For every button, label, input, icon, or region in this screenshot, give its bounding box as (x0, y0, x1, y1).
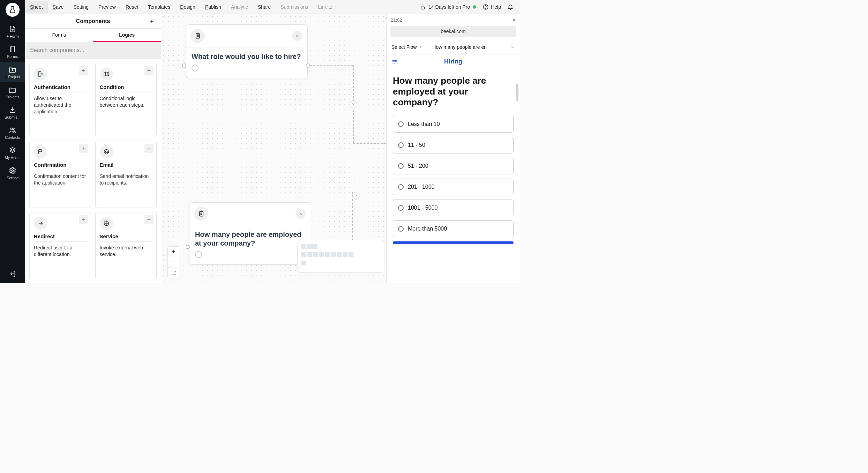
app-logo[interactable] (6, 3, 20, 17)
preview-close-button[interactable]: × (512, 17, 516, 23)
card-add-button[interactable]: + (79, 215, 88, 224)
menu-submissions[interactable]: Submissions (276, 1, 313, 13)
option-11-50[interactable]: 11 - 50 (393, 137, 514, 153)
sidebar-item-submissions[interactable]: Submis... (0, 103, 25, 123)
add-component-button[interactable] (148, 17, 156, 25)
connection-delete-button[interactable]: × (350, 100, 357, 108)
preview-panel: 21:02 × beekai.com Select Flow How many … (386, 14, 520, 283)
preview-address-bar[interactable]: beekai.com (390, 26, 516, 37)
menu-design[interactable]: Design (175, 1, 200, 13)
option-more-than-5000[interactable]: More than 5000 (393, 220, 514, 237)
component-redirect[interactable]: + Redirect Redirect user to a different … (29, 212, 91, 279)
card-add-button[interactable]: + (144, 144, 154, 153)
status-dot (473, 5, 476, 9)
card-add-button[interactable]: + (144, 66, 154, 75)
option-51-200[interactable]: 51 - 200 (393, 158, 514, 174)
component-authentication[interactable]: + Authentication Allow user to authentic… (29, 63, 91, 136)
tab-forms[interactable]: Forms (25, 29, 93, 42)
menu-link[interactable]: Link (313, 1, 338, 13)
zoom-out-button[interactable]: − (168, 257, 179, 268)
sidebar-label: Setting (1, 176, 24, 180)
select-flow-button[interactable]: Select Flow (387, 40, 427, 54)
connection-delete-button[interactable]: × (352, 192, 360, 200)
node-close-button[interactable] (292, 31, 302, 41)
sidebar-label: + Project (1, 75, 24, 79)
svg-point-2 (12, 170, 14, 172)
canvas[interactable]: What role would you like to hire? × × (161, 14, 386, 283)
scrollbar-thumb[interactable] (516, 84, 518, 101)
tab-logics[interactable]: Logics (93, 29, 161, 42)
notifications-button[interactable] (507, 4, 514, 10)
option-label: 51 - 200 (408, 163, 428, 169)
component-email[interactable]: + Email Send email notification to recip… (95, 141, 157, 208)
node-input-port[interactable] (186, 245, 190, 249)
unlock-icon (420, 4, 426, 10)
card-add-button[interactable]: + (79, 66, 88, 75)
top-menu-bar: Sheet Save Setting Preview Reset Templat… (25, 0, 520, 14)
preview-time: 21:02 (391, 17, 402, 23)
node-option (186, 63, 307, 78)
sidebar-label: My Acc... (1, 156, 24, 160)
hamburger-icon[interactable] (391, 59, 398, 65)
node-close-button[interactable] (295, 209, 306, 219)
radio-icon (398, 121, 404, 127)
menu-share[interactable]: Share (253, 1, 276, 13)
option-label: More than 5000 (408, 226, 447, 232)
trial-status[interactable]: 14 Days left on Pro (420, 4, 476, 10)
card-add-button[interactable]: + (79, 144, 88, 153)
radio-icon (398, 142, 404, 148)
sidebar-item-contacts[interactable]: Contacts (0, 123, 25, 143)
card-desc: Conditional logic between each steps. (100, 95, 152, 108)
canvas-ghost-node[interactable] (297, 240, 384, 273)
flag-icon (34, 145, 47, 158)
components-title: Components (76, 18, 110, 24)
component-confirmation[interactable]: + Confirmation Confirmation content for … (29, 141, 91, 208)
card-add-button[interactable]: + (144, 215, 154, 224)
menu-preview[interactable]: Preview (93, 1, 121, 13)
components-tabs: Forms Logics (25, 29, 161, 42)
option-1001-5000[interactable]: 1001 - 5000 (393, 200, 514, 216)
globe-icon (100, 217, 113, 230)
sidebar-item-account[interactable]: My Acc... (0, 143, 25, 163)
menu-sheet[interactable]: Sheet (25, 1, 48, 13)
radio-icon (398, 184, 404, 190)
components-panel: Components Forms Logics + Authentication (25, 14, 161, 283)
menu-save[interactable]: Save (48, 1, 69, 13)
component-service[interactable]: + Service Invoke external web service. (95, 212, 157, 279)
menu-reset[interactable]: Reset (121, 1, 143, 13)
canvas-node-headcount[interactable]: How many people are employed at your com… (189, 202, 311, 265)
node-output-port[interactable] (306, 63, 310, 68)
sidebar-item-setting[interactable]: Setting (0, 163, 25, 183)
sidebar-item-new-form[interactable]: + Form (0, 22, 25, 42)
zoom-fit-button[interactable]: ⛶ (168, 268, 179, 278)
canvas-node-role[interactable]: What role would you like to hire? (186, 24, 308, 78)
radio-icon (398, 163, 404, 169)
option-201-1000[interactable]: 201 - 1000 (393, 179, 514, 195)
menu-setting[interactable]: Setting (69, 1, 94, 13)
node-input-port[interactable] (182, 63, 186, 68)
menu-templates[interactable]: Templates (143, 1, 175, 13)
card-title: Confirmation (34, 162, 87, 170)
flow-bar: Select Flow How many people are en (387, 40, 520, 54)
menu-publish[interactable]: Publish (200, 1, 226, 13)
sidebar-item-projects[interactable]: Projects (0, 82, 25, 103)
search-input[interactable] (25, 42, 161, 59)
option-label: 11 - 50 (408, 142, 425, 148)
components-header: Components (25, 14, 161, 29)
sidebar-item-forms[interactable]: Forms (0, 42, 25, 62)
sidebar-item-new-project[interactable]: + Project (0, 62, 25, 82)
preview-submit-button[interactable] (393, 241, 514, 244)
sidebar-label: Forms (1, 54, 24, 59)
zoom-in-button[interactable]: + (168, 247, 179, 257)
preview-question: How many people are employed at your com… (393, 75, 514, 108)
sidebar-exit[interactable] (9, 265, 16, 283)
flow-dropdown[interactable]: How many people are en (427, 40, 520, 54)
radio-icon (398, 205, 404, 211)
component-condition[interactable]: + Condition Conditional logic between ea… (95, 63, 157, 136)
card-desc: Allow user to authenticated the applicat… (34, 95, 87, 115)
help-button[interactable]: Help (482, 4, 501, 10)
option-less-than-10[interactable]: Less than 10 (393, 116, 514, 133)
menu-analytic[interactable]: Analytic (226, 1, 253, 13)
components-grid: + Authentication Allow user to authentic… (25, 59, 161, 283)
arrow-right-icon (34, 217, 47, 230)
